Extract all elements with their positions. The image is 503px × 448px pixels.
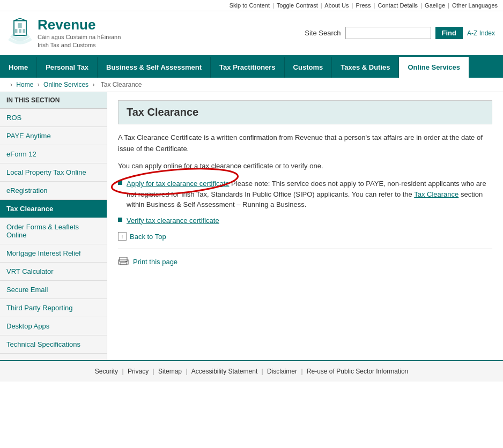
sidebar-item-local-property[interactable]: Local Property Tax Online (0, 163, 107, 182)
svg-rect-5 (19, 29, 21, 33)
sidebar-item-desktop-apps[interactable]: Desktop Apps (0, 317, 107, 335)
breadcrumb-arrow: › (10, 81, 12, 88)
svg-rect-11 (125, 261, 127, 262)
svg-rect-8 (120, 257, 127, 262)
footer-privacy[interactable]: Privacy (128, 368, 149, 375)
az-index-link[interactable]: A-Z Index (467, 29, 495, 37)
svg-rect-6 (23, 29, 26, 33)
logo-area: Revenue Cáin agus Custaim na hÉireann Ir… (8, 17, 121, 50)
footer-sitemap[interactable]: Sitemap (158, 368, 182, 375)
logo-text: Revenue Cáin agus Custaim na hÉireann Ir… (38, 17, 121, 50)
other-languages-link[interactable]: Other Languages (452, 2, 498, 9)
intro-paragraph-2: You can apply online for a tax clearance… (118, 161, 492, 172)
find-button[interactable]: Find (435, 27, 463, 39)
sidebar-item-paye-anytime[interactable]: PAYE Anytime (0, 127, 107, 145)
contact-details-link[interactable]: Contact Details (378, 2, 418, 9)
nav-business[interactable]: Business & Self Assessment (98, 57, 211, 78)
footer-security[interactable]: Security (95, 368, 118, 375)
gaeilge-link[interactable]: Gaeilge (425, 2, 445, 9)
bullet-square-1 (118, 181, 122, 185)
breadcrumb-online-services[interactable]: Online Services (43, 81, 88, 88)
bullet-1-text: Apply for tax clearance certificate Plea… (127, 178, 492, 210)
page-title: Tax Clearance (127, 106, 484, 118)
print-icon (118, 257, 129, 266)
press-link[interactable]: Press (356, 2, 371, 9)
nav-taxes-duties[interactable]: Taxes & Duties (332, 57, 399, 78)
tax-clearance-link-inline[interactable]: Tax Clearance (414, 190, 458, 198)
toggle-contrast-link[interactable]: Toggle Contrast (277, 2, 318, 9)
bullet-square-2 (118, 218, 122, 222)
top-bar: Skip to Content | Toggle Contrast | Abou… (0, 0, 503, 11)
breadcrumb-home[interactable]: Home (16, 81, 33, 88)
sidebar-item-order-forms[interactable]: Order Forms & Leaflets Online (0, 218, 107, 244)
back-to-top: ↑ Back to Top (118, 232, 492, 241)
breadcrumb-current: Tax Clearance (101, 81, 142, 88)
main-nav: Home Personal Tax Business & Self Assess… (0, 57, 503, 78)
apply-link-wrapper: Apply for tax clearance certificate (127, 178, 229, 189)
print-link[interactable]: Print this page (133, 258, 177, 266)
content-divider (118, 249, 492, 249)
tagline1: Cáin agus Custaim na hÉireann (38, 33, 121, 41)
bullet-2-text: Verify tax clearance certificate (127, 215, 219, 226)
intro-paragraph-1: A Tax Clearance Certificate is a written… (118, 132, 492, 155)
tagline2: Irish Tax and Customs (38, 41, 121, 49)
nav-online-services[interactable]: Online Services (399, 57, 469, 78)
sidebar-item-vrt[interactable]: VRT Calculator (0, 263, 107, 281)
footer: Security | Privacy | Sitemap | Accessibi… (0, 360, 503, 382)
print-area: Print this page (118, 257, 492, 266)
svg-rect-4 (15, 29, 18, 33)
svg-rect-3 (18, 24, 21, 28)
bullet-item-apply: Apply for tax clearance certificate Plea… (118, 178, 492, 210)
sidebar-item-eform12[interactable]: eForm 12 (0, 145, 107, 163)
page-title-box: Tax Clearance (118, 100, 492, 124)
footer-disclaimer[interactable]: Disclaimer (267, 368, 297, 375)
sidebar-item-third-party[interactable]: Third Party Reporting (0, 299, 107, 317)
apply-tax-clearance-link[interactable]: Apply for tax clearance certificate (127, 180, 229, 188)
nav-customs[interactable]: Customs (285, 57, 332, 78)
sidebar-item-technical[interactable]: Technical Specifications (0, 335, 107, 354)
footer-reuse[interactable]: Re-use of Public Sector Information (307, 368, 408, 375)
search-input[interactable] (345, 27, 431, 39)
bullet-item-verify: Verify tax clearance certificate (118, 215, 492, 226)
nav-home[interactable]: Home (0, 57, 37, 78)
footer-accessibility[interactable]: Accessibility Statement (191, 368, 257, 375)
header: Revenue Cáin agus Custaim na hÉireann Ir… (0, 11, 503, 57)
breadcrumb: › Home › Online Services › Tax Clearance (0, 78, 503, 92)
nav-personal-tax[interactable]: Personal Tax (37, 57, 98, 78)
up-arrow-icon: ↑ (118, 232, 127, 241)
search-label: Site Search (305, 29, 341, 37)
nav-tax-practitioners[interactable]: Tax Practitioners (211, 57, 285, 78)
main-content: Tax Clearance A Tax Clearance Certificat… (107, 92, 503, 360)
sidebar-item-mortgage[interactable]: Mortgage Interest Relief (0, 244, 107, 263)
sidebar-item-secure-email[interactable]: Secure Email (0, 281, 107, 299)
content-area: IN THIS SECTION ROS PAYE Anytime eForm 1… (0, 92, 503, 360)
sidebar-item-eregistration[interactable]: eRegistration (0, 182, 107, 200)
sidebar-item-tax-clearance[interactable]: Tax Clearance (0, 200, 107, 218)
skip-to-content-link[interactable]: Skip to Content (230, 2, 270, 9)
search-area: Site Search Find A-Z Index (305, 27, 495, 39)
about-us-link[interactable]: About Us (324, 2, 349, 9)
sidebar-item-ros[interactable]: ROS (0, 109, 107, 127)
back-to-top-link[interactable]: Back to Top (130, 233, 166, 241)
revenue-logo-icon (8, 18, 32, 48)
sidebar: IN THIS SECTION ROS PAYE Anytime eForm 1… (0, 92, 107, 360)
verify-tax-clearance-link[interactable]: Verify tax clearance certificate (127, 216, 219, 225)
sidebar-section-title: IN THIS SECTION (0, 92, 107, 109)
revenue-name: Revenue (38, 17, 121, 33)
